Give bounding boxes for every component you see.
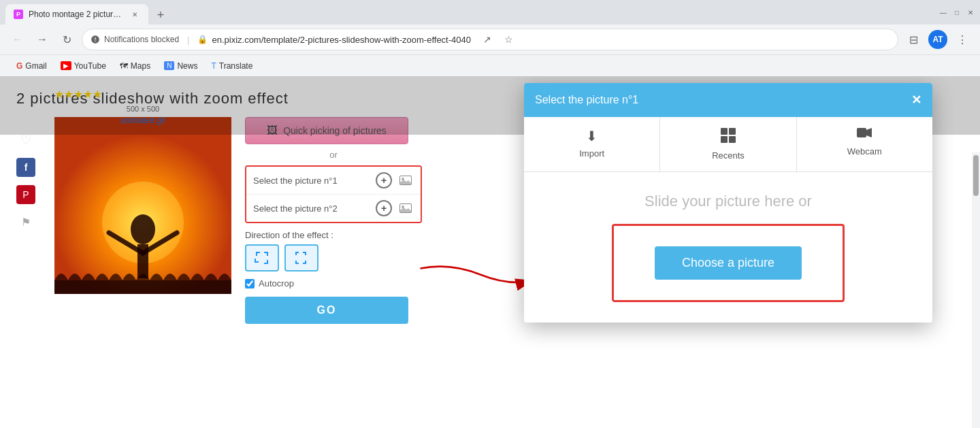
import-label: Import: [579, 148, 604, 159]
minimize-button[interactable]: —: [939, 8, 947, 16]
picture-row-1: Select the picture n°1 +: [246, 167, 421, 195]
webcam-icon: [857, 128, 872, 142]
gmail-icon: G: [16, 61, 22, 71]
notification-blocked-icon: [91, 35, 100, 44]
back-button[interactable]: ←: [8, 30, 27, 49]
direction-btn-expand[interactable]: [245, 244, 279, 271]
scrollbar-thumb[interactable]: [973, 155, 979, 196]
main-area: 2 pictures slideshow with zoom effect ♡ …: [0, 76, 980, 135]
drop-zone[interactable]: Choose a picture: [612, 224, 845, 302]
svg-rect-16: [721, 136, 728, 143]
recents-label: Recents: [712, 150, 745, 161]
tab-title: Photo montage 2 pictures slides: [29, 10, 124, 19]
or-text: or: [245, 150, 422, 160]
autocrop-checkbox[interactable]: [245, 279, 255, 289]
bookmark-star-button[interactable]: ☆: [500, 30, 519, 49]
profile-button[interactable]: AT: [928, 30, 947, 49]
social-sidebar: ♡ f P ⚑: [16, 131, 35, 231]
window-controls: — □ ✕: [939, 8, 975, 16]
bookmark-gmail[interactable]: G Gmail: [11, 59, 52, 73]
share-button[interactable]: ↗: [478, 30, 497, 49]
picture-select-box: Select the picture n°1 + Select the pict…: [245, 165, 422, 223]
picture-2-label: Select the picture n°2: [253, 203, 370, 214]
page-content: 2 pictures slideshow with zoom effect ♡ …: [0, 76, 980, 428]
preview-image: [54, 117, 231, 294]
bookmark-translate[interactable]: T Translate: [206, 59, 258, 73]
tab-search-button[interactable]: ⊟: [904, 30, 923, 49]
new-tab-button[interactable]: +: [151, 5, 170, 24]
modal-close-button[interactable]: ✕: [911, 93, 921, 108]
maps-label: Maps: [131, 61, 150, 71]
tab-bar: P Photo montage 2 pictures slides ✕ +: [5, 0, 170, 24]
youtube-label: YouTube: [74, 61, 106, 71]
modal-title: Select the picture n°1: [535, 94, 638, 106]
recents-icon: [721, 128, 736, 146]
picture-row-2: Select the picture n°2 +: [246, 195, 421, 222]
direction-buttons: [245, 244, 422, 271]
autocrop-row: Autocrop: [245, 278, 422, 289]
bookmark-maps[interactable]: 🗺 Maps: [114, 59, 156, 73]
modal-tab-recents[interactable]: Recents: [660, 117, 796, 171]
active-tab[interactable]: P Photo montage 2 pictures slides ✕: [5, 4, 148, 24]
add-picture-2-button[interactable]: +: [376, 200, 392, 216]
maps-icon: 🗺: [120, 61, 128, 71]
browser-menu-button[interactable]: ⋮: [953, 30, 972, 49]
slide-text: Slide your picture here or: [644, 193, 812, 210]
svg-marker-19: [866, 128, 872, 137]
news-icon: N: [164, 61, 174, 70]
translate-label: Translate: [219, 61, 253, 71]
go-button[interactable]: GO: [245, 297, 408, 324]
direction-btn-compress[interactable]: [284, 244, 318, 271]
controls-panel: 🖼 Quick picking of pictures or Select th…: [245, 117, 422, 324]
facebook-icon[interactable]: f: [16, 158, 35, 177]
picture-1-label: Select the picture n°1: [253, 176, 370, 186]
forward-button[interactable]: →: [33, 30, 52, 49]
bookmarks-bar: G Gmail ▶ YouTube 🗺 Maps N News T Transl…: [0, 54, 980, 76]
gmail-label: Gmail: [25, 61, 46, 71]
refresh-button[interactable]: ↻: [57, 30, 76, 49]
modal-dialog: Select the picture n°1 ✕ ⬇ Import: [524, 83, 932, 323]
address-actions: ↗ ☆: [478, 30, 519, 49]
add-picture-1-button[interactable]: +: [376, 172, 392, 188]
gallery-1-button[interactable]: [397, 172, 414, 188]
choose-picture-button[interactable]: Choose a picture: [655, 246, 802, 280]
pinterest-icon[interactable]: P: [16, 185, 35, 204]
notification-blocked-text: Notifications blocked: [104, 35, 179, 44]
svg-rect-15: [729, 128, 736, 135]
svg-rect-14: [721, 128, 728, 135]
modal-body: Slide your picture here or Choose a pict…: [524, 172, 932, 323]
autocrop-label: Autocrop: [259, 278, 294, 289]
gallery-2-button[interactable]: [397, 200, 414, 216]
direction-label: Direction of the effect :: [245, 230, 422, 240]
news-label: News: [177, 61, 197, 71]
modal-tab-import[interactable]: ⬇ Import: [524, 117, 660, 171]
address-bar-row: ← → ↻ Notifications blocked | 🔒 en.pixiz…: [0, 24, 980, 54]
svg-rect-17: [729, 136, 736, 143]
bookmark-youtube[interactable]: ▶ YouTube: [55, 59, 112, 73]
svg-rect-18: [857, 128, 866, 137]
url-text: en.pixiz.com/template/2-pictures-slidesh…: [212, 35, 471, 45]
import-icon: ⬇: [586, 128, 598, 144]
youtube-icon: ▶: [61, 61, 71, 70]
modal-tab-webcam[interactable]: Webcam: [797, 117, 932, 171]
lock-icon: 🔒: [197, 35, 208, 44]
modal-header: Select the picture n°1 ✕: [524, 83, 932, 117]
webcam-label: Webcam: [847, 146, 882, 157]
address-bar[interactable]: Notifications blocked | 🔒 en.pixiz.com/t…: [82, 29, 898, 50]
bookmark-news[interactable]: N News: [159, 59, 203, 73]
tab-close-button[interactable]: ✕: [129, 9, 140, 20]
modal-tabs: ⬇ Import Recents: [524, 117, 932, 172]
scrollbar[interactable]: [972, 152, 980, 428]
translate-icon: T: [211, 61, 216, 71]
close-button[interactable]: ✕: [966, 8, 975, 16]
svg-point-2: [131, 214, 155, 244]
browser-titlebar: P Photo montage 2 pictures slides ✕ + — …: [0, 0, 980, 24]
tab-favicon: P: [14, 10, 23, 19]
flag-icon[interactable]: ⚑: [16, 212, 35, 231]
maximize-button[interactable]: □: [953, 8, 961, 16]
